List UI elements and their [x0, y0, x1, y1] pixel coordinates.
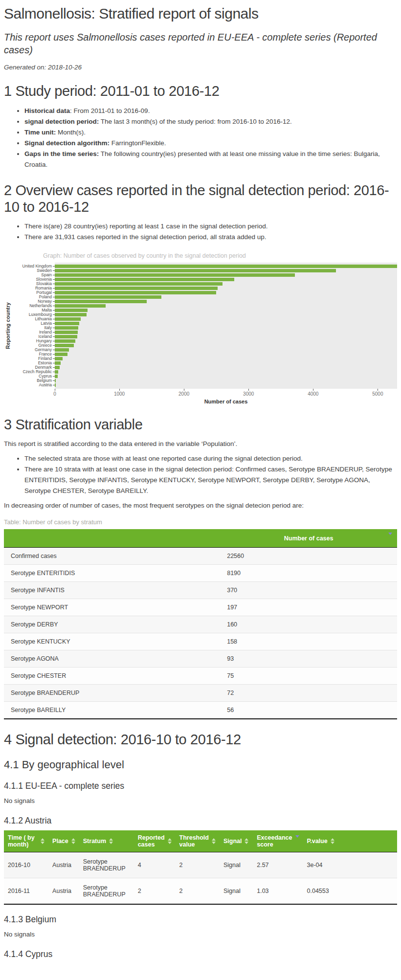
column-header-threshold-value[interactable]: Threshold value — [176, 830, 220, 852]
column-header-label: Time ( by month) — [8, 834, 38, 848]
x-tick-label: 0 — [53, 391, 56, 397]
cases-count-cell: 93 — [220, 650, 397, 667]
column-header-signal[interactable]: Signal — [220, 830, 253, 852]
column-header-content: Signal — [223, 838, 249, 845]
sort-icon[interactable] — [168, 838, 172, 844]
column-header-stratum[interactable]: Stratum — [79, 830, 134, 852]
x-tick-label: 2000 — [178, 391, 189, 397]
place-cell: Austria — [48, 852, 79, 878]
order-note: In decreasing order of number of cases, … — [4, 500, 397, 511]
sort-down-arrow — [212, 842, 216, 844]
column-header-p-value[interactable]: P.value — [303, 830, 397, 852]
bar-row — [55, 379, 397, 383]
x-axis-title: Number of cases — [55, 399, 397, 404]
table-row: Serotype BRAENDERUP72 — [4, 684, 397, 701]
bullet-label: Gaps in the time series: — [24, 150, 99, 157]
generated-date: Generated on: 2018-10-26 — [4, 64, 397, 71]
signal-table-row: 2016-11AustriaSerotype BRAENDERUP22Signa… — [4, 878, 397, 904]
cases-count-cell: 8190 — [220, 564, 397, 581]
list-item: signal detection period: The last 3 mont… — [24, 116, 397, 127]
bar-row — [55, 330, 397, 334]
bar — [55, 300, 147, 303]
section4-1-4-heading: 4.1.4 Cyprus — [4, 949, 397, 959]
list-item: Signal detection algorithm: FarringtonFl… — [24, 138, 397, 149]
chart-plot-area — [55, 263, 397, 389]
bar — [55, 291, 216, 294]
cases-count-cell: 158 — [220, 633, 397, 650]
bar-row — [55, 343, 397, 348]
bar-row — [55, 304, 397, 308]
bar-row — [55, 321, 397, 326]
column-header-exceedance-score[interactable]: Exceedance score — [253, 830, 303, 852]
section4-1-3-heading: 4.1.3 Belgium — [4, 914, 397, 925]
sort-icon[interactable] — [212, 838, 216, 844]
bar — [55, 379, 56, 382]
stratum-cell: Serotype ENTERITIDIS — [4, 564, 220, 581]
stratum-column-header[interactable] — [4, 529, 220, 547]
bar — [55, 273, 295, 277]
bar-row — [55, 334, 397, 339]
column-header-place[interactable]: Place — [48, 830, 79, 852]
section4-heading: 4 Signal detection: 2016-10 to 2016-12 — [4, 731, 397, 748]
table-row: Serotype BAREILLY56 — [4, 701, 397, 719]
sort-up-arrow — [41, 838, 45, 841]
cases-count-cell: 75 — [220, 667, 397, 684]
sort-icon[interactable] — [245, 838, 248, 844]
cases-count-cell: 370 — [220, 581, 397, 599]
bar-row — [55, 326, 397, 330]
sort-up-arrow — [212, 838, 216, 841]
cases-by-stratum-table: Number of cases Confirmed cases22560Sero… — [4, 529, 397, 719]
stratum-cell: Serotype BRAENDERUP — [79, 852, 134, 878]
bar — [55, 326, 78, 330]
sort-up-arrow — [245, 838, 248, 841]
bar — [55, 370, 58, 374]
table-row: Confirmed cases22560 — [4, 547, 397, 564]
bar-row — [55, 356, 397, 361]
bar — [55, 282, 223, 286]
sort-icon[interactable] — [71, 838, 75, 844]
section4-1-2-heading: 4.1.2 Austria — [4, 816, 397, 826]
signal-cell: Signal — [220, 852, 253, 878]
sort-descending-icon[interactable] — [388, 535, 392, 542]
bar-row — [55, 317, 397, 321]
bullet-text: The last 3 month(s) of the study period:… — [99, 118, 291, 125]
column-header-label: P.value — [307, 838, 328, 845]
column-header-label: Stratum — [83, 838, 106, 845]
bar — [55, 322, 79, 325]
bar-row — [55, 352, 397, 356]
cases-count-cell: 22560 — [220, 547, 397, 564]
stratum-cell: Serotype AGONA — [4, 650, 220, 667]
stratum-cell: Serotype BAREILLY — [4, 701, 220, 719]
column-header-content: Place — [52, 838, 75, 845]
stratum-cell: Serotype CHESTER — [4, 667, 220, 684]
sort-down-arrow — [331, 842, 334, 844]
y-axis-title: Reporting country — [5, 302, 11, 349]
p-value-cell: 0.04553 — [303, 878, 397, 904]
bar — [55, 269, 336, 272]
number-of-cases-column-header[interactable]: Number of cases — [220, 529, 397, 547]
sort-icon[interactable] — [331, 838, 334, 844]
column-header-reported-cases[interactable]: Reported cases — [134, 830, 176, 852]
bar — [55, 313, 87, 316]
table-row: Serotype CHESTER75 — [4, 667, 397, 684]
sort-icon[interactable] — [41, 838, 45, 844]
sort-icon[interactable] — [109, 838, 113, 844]
threshold-value-cell: 2 — [176, 878, 220, 904]
column-header-time-by-month[interactable]: Time ( by month) — [4, 830, 48, 852]
bar-row — [55, 295, 397, 299]
bar-row — [55, 273, 397, 277]
list-item: Gaps in the time series: The following c… — [24, 149, 397, 170]
bar-row — [55, 365, 397, 370]
bar — [55, 361, 61, 365]
bar — [55, 295, 161, 299]
bar-row — [55, 312, 397, 317]
sort-descending-icon[interactable] — [295, 838, 299, 845]
bar — [55, 309, 88, 312]
no-signals-note: No signals — [4, 929, 397, 939]
bar-row — [55, 299, 397, 304]
study-period-list: Historical data: From 2011-01 to 2016-09… — [4, 106, 397, 170]
x-tick-mark — [119, 389, 120, 391]
column-header-label: Threshold value — [179, 834, 209, 848]
report-subtitle: This report uses Salmonellosis cases rep… — [4, 31, 397, 56]
bar-row — [55, 277, 397, 282]
